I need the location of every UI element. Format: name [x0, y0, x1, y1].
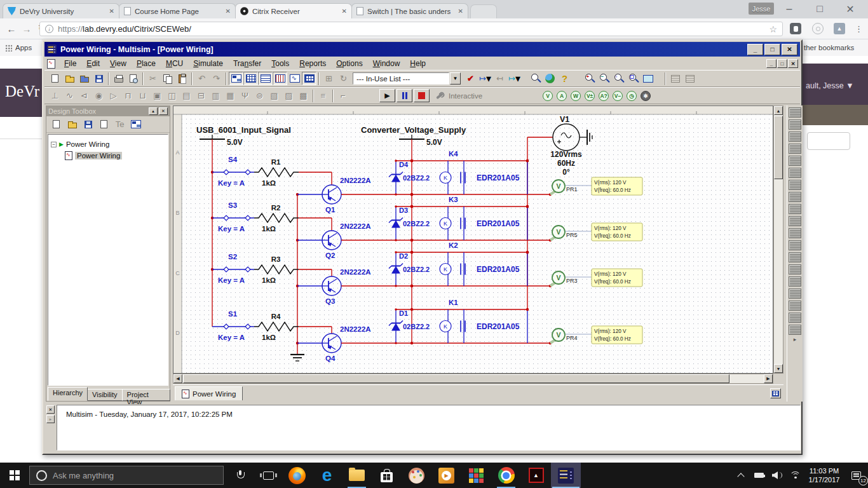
switch-node[interactable] — [224, 324, 229, 329]
switch-node[interactable] — [224, 215, 229, 220]
menu-transfer[interactable]: Transfer — [228, 58, 266, 69]
analog-group-button[interactable]: ▷ — [106, 89, 121, 102]
browser-maximize-button[interactable]: □ — [807, 0, 832, 18]
instrument-logic-analyzer-icon[interactable] — [789, 216, 801, 226]
create-component-button[interactable]: ⊞ — [322, 72, 336, 85]
layers-button[interactable] — [128, 118, 143, 131]
zener-tail[interactable] — [389, 266, 391, 269]
misc-group-button[interactable]: ▥ — [208, 89, 223, 102]
properties-button[interactable] — [97, 118, 111, 131]
electromechanical-group-button[interactable]: ⊚ — [252, 89, 267, 102]
results-expand-icon[interactable]: ▸ — [46, 415, 55, 423]
cortana-search-box[interactable]: Ask me anything — [29, 466, 224, 485]
scroll-right-icon[interactable]: ▶ — [764, 374, 773, 383]
ac-source[interactable] — [553, 124, 580, 151]
dropdown-caret-icon[interactable]: ▾ — [486, 72, 491, 85]
print-preview-button[interactable] — [126, 72, 140, 85]
tab-visibility[interactable]: Visibility — [87, 389, 123, 401]
resistor[interactable] — [254, 168, 299, 177]
current-probe-icon[interactable]: A — [557, 91, 567, 101]
tab-project-view[interactable]: Project View — [122, 389, 170, 401]
database-manager-button[interactable]: ↻ — [336, 72, 351, 85]
stop-button[interactable] — [414, 89, 430, 102]
rf-group-button[interactable]: Ψ — [238, 89, 252, 102]
bus-button[interactable]: ⌐ — [336, 89, 350, 102]
power-group-button[interactable]: ⊟ — [194, 89, 208, 102]
instrument-four-channel-oscilloscope-icon[interactable] — [789, 156, 801, 166]
export-to-pcb-button[interactable]: ↦▾ — [478, 72, 492, 85]
browser-tab-3[interactable]: Citrix Receiver✕ — [235, 3, 352, 18]
description-box-button[interactable] — [668, 72, 682, 85]
mdi-minimize-button[interactable]: _ — [766, 59, 776, 68]
taskbar-app-tiles-button[interactable] — [461, 463, 491, 488]
instrument-distortion-analyzer-icon[interactable] — [789, 240, 801, 250]
tab-close-icon[interactable]: ✕ — [109, 8, 114, 15]
pause-button[interactable] — [397, 89, 412, 102]
instrument-bode-plotter-icon[interactable] — [789, 168, 801, 178]
source-group-button[interactable]: ⊥ — [48, 89, 62, 102]
switch-node[interactable] — [245, 324, 250, 329]
instrument-iv-analyzer-icon[interactable] — [789, 228, 801, 238]
taskbar-paint-button[interactable] — [402, 463, 431, 488]
help-button[interactable]: ? — [557, 72, 572, 85]
fullscreen-button[interactable] — [641, 72, 655, 85]
instrument-word-generator-icon[interactable] — [789, 192, 801, 202]
browser-minimize-button[interactable]: – — [776, 0, 802, 18]
instrument-measurement-probe-icon[interactable] — [789, 325, 801, 335]
instrument-spectrum-analyzer-icon[interactable] — [789, 252, 801, 262]
ni-component-group-button[interactable]: ▧ — [267, 89, 281, 102]
menu-view[interactable]: View — [105, 58, 132, 69]
instrument-pointer-icon[interactable]: ▸ — [787, 336, 803, 342]
ttl-group-button[interactable]: ⊓ — [121, 89, 135, 102]
other-bookmarks-label[interactable]: ther bookmarks — [804, 44, 854, 51]
instrument-frequency-counter-icon[interactable] — [789, 180, 801, 190]
devry-account-label[interactable]: ault, Jesse ▼ — [803, 64, 868, 105]
erc-check-button[interactable]: ✔ — [463, 72, 478, 85]
restore-button[interactable]: □ — [764, 44, 780, 55]
gain-probe-icon[interactable]: A? — [599, 91, 609, 101]
page-info-icon[interactable]: i — [45, 25, 53, 33]
minimize-button[interactable]: _ — [747, 44, 763, 55]
education-website-button[interactable] — [543, 72, 557, 85]
save-button[interactable] — [81, 118, 95, 131]
taskbar-chrome-button[interactable] — [491, 463, 521, 488]
misc-digital-group-button[interactable]: ▣ — [150, 89, 165, 102]
zener-diode[interactable] — [391, 323, 400, 331]
battery-icon[interactable] — [750, 463, 768, 488]
forward-button[interactable]: → — [19, 21, 34, 36]
copy-button[interactable] — [160, 72, 175, 85]
switch-node[interactable] — [245, 170, 250, 175]
description-edit-button[interactable] — [682, 72, 697, 85]
schematic-canvas[interactable]: ABCDUSB_6001_Input_SignalConverter_Volta… — [173, 106, 773, 374]
volume-icon[interactable] — [768, 463, 787, 488]
task-view-button[interactable] — [254, 463, 282, 488]
basic-group-button[interactable]: ∿ — [62, 89, 77, 102]
zener-diode[interactable] — [391, 220, 400, 228]
design-toolbox-toggle[interactable] — [229, 72, 243, 85]
instrument-agilent-function-generator-icon[interactable] — [789, 276, 801, 287]
grapher-toggle[interactable] — [287, 72, 302, 85]
diode-group-button[interactable]: ⊲ — [77, 89, 92, 102]
spreadsheet-view-toggle[interactable] — [243, 72, 258, 85]
zoom-in-button[interactable]: + — [582, 72, 597, 85]
horizontal-scroll-thumb[interactable] — [183, 374, 729, 383]
zener-diode[interactable] — [391, 266, 400, 274]
results-close-icon[interactable]: ✕ — [46, 405, 55, 414]
zener-diode[interactable] — [391, 175, 400, 182]
taskbar-clock[interactable]: 11:03 PM 1/17/2017 — [804, 466, 844, 484]
menu-file[interactable]: File — [59, 58, 81, 69]
tab-close-icon[interactable]: ✕ — [458, 8, 463, 15]
indicator-group-button[interactable]: ▤ — [179, 89, 194, 102]
child-window-icon[interactable] — [47, 59, 55, 69]
menu-help[interactable]: Help — [405, 58, 431, 69]
horizontal-scrollbar[interactable]: ◀ ▶ — [173, 374, 773, 384]
browser-tab-4[interactable]: Switch | The basic unders✕ — [351, 3, 468, 18]
tray-chevron-icon[interactable] — [732, 463, 750, 488]
new-tab-button[interactable] — [470, 4, 497, 18]
zoom-area-button[interactable]: ▫ — [611, 72, 626, 85]
multisim-titlebar[interactable]: Power Wiring - Multisim - [Power Wiring]… — [44, 42, 800, 57]
resistor[interactable] — [254, 265, 299, 274]
taskbar-acrobat-reader-button[interactable]: ▲ — [521, 463, 551, 488]
voltage-probe-icon[interactable]: V — [543, 91, 553, 101]
results-content[interactable]: Multisim - Tuesday, January 17, 2017, 10… — [57, 405, 801, 451]
